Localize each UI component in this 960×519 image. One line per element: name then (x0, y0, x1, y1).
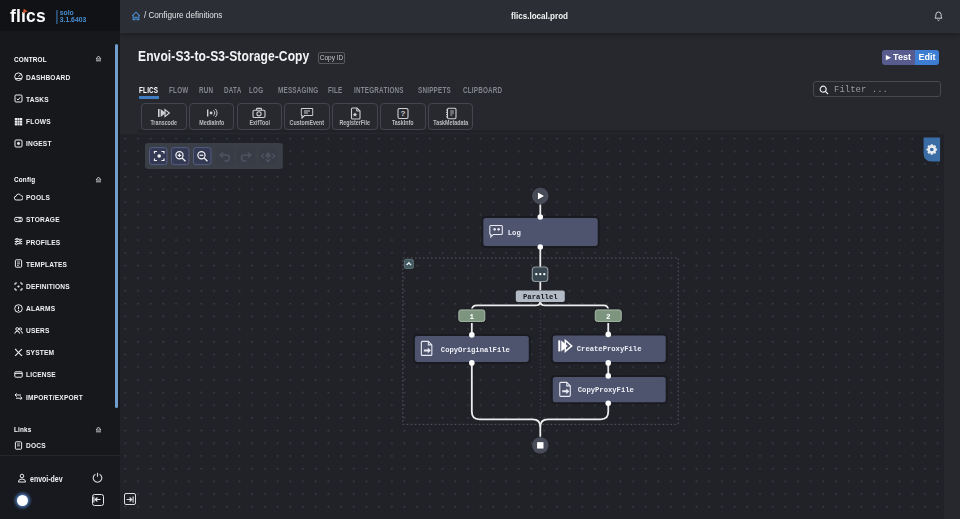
svg-text:CopyProxyFile: CopyProxyFile (578, 386, 634, 394)
svg-text:CopyOriginalFile: CopyOriginalFile (441, 346, 510, 354)
svg-text:?: ? (400, 109, 405, 118)
svg-text:Parallel: Parallel (523, 293, 558, 301)
svg-text:Log: Log (508, 229, 521, 237)
svg-text:1: 1 (470, 313, 475, 321)
svg-text:2: 2 (606, 313, 611, 321)
svg-text:CreateProxyFile: CreateProxyFile (577, 345, 642, 353)
